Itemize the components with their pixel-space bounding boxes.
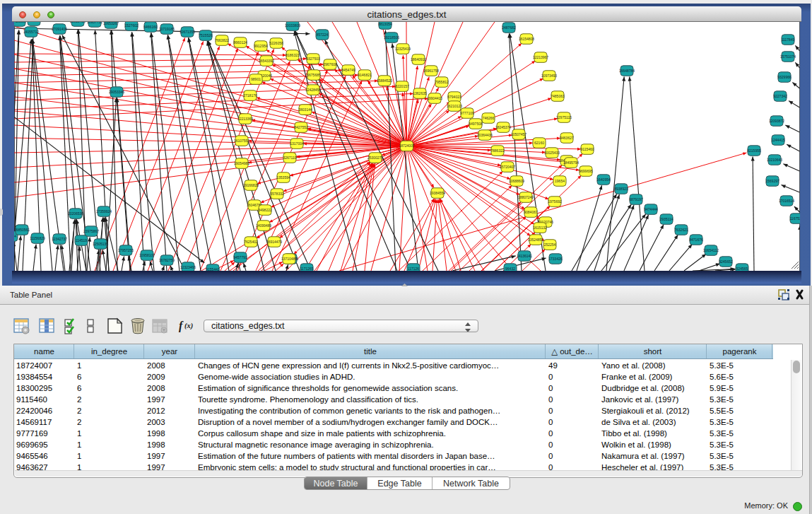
svg-text:8220157: 8220157 [395,84,409,88]
svg-text:17016514: 17016514 [779,199,794,203]
svg-text:9146821: 9146821 [358,73,372,77]
svg-text:9327503: 9327503 [306,57,320,61]
svg-text:7485063: 7485063 [551,94,565,98]
svg-text:9699695: 9699695 [579,169,593,173]
svg-text:18807249: 18807249 [518,195,534,199]
svg-text:23975867: 23975867 [83,229,99,233]
svg-text:16107553: 16107553 [234,139,249,143]
svg-text:19654: 19654 [555,179,565,183]
svg-text:6879197: 6879197 [629,197,643,201]
svg-text:746266: 746266 [483,116,495,120]
svg-text:2935114: 2935114 [659,217,673,221]
svg-text:18495794: 18495794 [563,160,579,165]
svg-text:8454749: 8454749 [341,68,355,72]
svg-text:12975115: 12975115 [556,115,572,119]
svg-text:10671355: 10671355 [180,30,195,34]
svg-text:20206536: 20206536 [68,211,83,216]
svg-text:252254: 252254 [544,243,556,247]
svg-text:857224: 857224 [317,33,329,37]
svg-text:8938923: 8938923 [614,187,628,191]
svg-text:16210123: 16210123 [447,104,462,108]
svg-text:5226058: 5226058 [269,41,283,45]
svg-text:12213967: 12213967 [533,55,548,59]
svg-text:9084067: 9084067 [524,210,538,214]
svg-text:10937751: 10937751 [87,22,102,24]
svg-text:29053346: 29053346 [109,90,124,94]
svg-text:1353594: 1353594 [276,175,290,180]
svg-text:2718176: 2718176 [243,93,257,98]
svg-text:9474444: 9474444 [644,207,658,211]
svg-text:10958107: 10958107 [139,253,155,257]
svg-text:15884520: 15884520 [377,78,392,83]
svg-text:8186323: 8186323 [286,53,300,57]
svg-text:10719185: 10719185 [159,27,175,31]
svg-text:96432: 96432 [505,267,515,271]
svg-text:8427552: 8427552 [294,125,308,129]
svg-text:12505135: 12505135 [93,242,108,246]
svg-text:19384554: 19384554 [430,191,445,195]
svg-text:1640954: 1640954 [596,177,611,182]
svg-text:19054985: 19054985 [234,161,249,165]
svg-text:1171265: 1171265 [300,267,313,271]
svg-text:5675685: 5675685 [307,73,321,77]
svg-text:10025433: 10025433 [544,151,560,155]
svg-text:11156829: 11156829 [30,236,45,240]
svg-text:2967608: 2967608 [323,62,337,66]
svg-text:16543392: 16543392 [259,59,274,63]
svg-text:1167849: 1167849 [27,22,40,23]
svg-text:924565: 924565 [736,267,748,271]
svg-text:1615132: 1615132 [533,226,547,230]
svg-text:18640910: 18640910 [411,57,426,62]
svg-text:7632621: 7632621 [674,228,688,232]
svg-text:17957255: 17957255 [118,248,134,252]
svg-text:9155443: 9155443 [206,267,220,271]
svg-text:7663822: 7663822 [215,38,229,42]
svg-text:26850561: 26850561 [14,228,30,232]
svg-text:18724007: 18724007 [399,144,414,148]
svg-text:12093872: 12093872 [769,119,784,123]
svg-text:114519: 114519 [76,238,88,243]
svg-text:14136141: 14136141 [517,254,532,258]
svg-text:19166825: 19166825 [243,183,259,187]
svg-text:13524851: 13524851 [528,238,543,242]
svg-text:3267110: 3267110 [283,156,296,160]
svg-text:16961758: 16961758 [423,69,439,73]
svg-text:14099489: 14099489 [256,223,271,228]
svg-text:9463627: 9463627 [560,136,574,140]
svg-text:18245374: 18245374 [495,125,511,129]
svg-text:2487682: 2487682 [502,25,516,30]
svg-text:98901: 98901 [251,77,261,81]
svg-text:7886322: 7886322 [490,148,505,153]
svg-text:6466160: 6466160 [143,25,158,29]
svg-text:19218506: 19218506 [384,35,399,40]
svg-text:7955812: 7955812 [435,80,449,84]
svg-text:9457791: 9457791 [233,255,247,259]
svg-text:10210643: 10210643 [767,158,782,162]
svg-text:16914479: 16914479 [266,240,282,244]
svg-text:7625402: 7625402 [244,240,258,244]
svg-text:117126: 117126 [408,267,420,271]
svg-text:2803144: 2803144 [298,107,312,112]
svg-text:10033809: 10033809 [285,23,300,28]
svg-text:20910496: 20910496 [70,22,86,23]
svg-text:10653267: 10653267 [103,22,119,25]
svg-text:25300275: 25300275 [367,156,383,160]
svg-text:19904413: 19904413 [427,96,442,100]
svg-text:5578332: 5578332 [270,192,284,196]
svg-text:9115460: 9115460 [580,147,594,151]
svg-text:10654112: 10654112 [703,248,719,252]
svg-text:17359924: 17359924 [96,209,112,214]
svg-text:8660124: 8660124 [233,40,247,45]
svg-text:9245652: 9245652 [719,259,733,264]
svg-text:16154808: 16154808 [519,37,534,41]
svg-text:6497508: 6497508 [469,122,483,126]
svg-text:2426800: 2426800 [14,22,26,23]
svg-text:1244415: 1244415 [771,138,785,142]
svg-text:15751074: 15751074 [780,54,796,59]
svg-text:12213369: 12213369 [237,117,253,121]
svg-text:1317004: 1317004 [290,141,304,146]
svg-text:12325419: 12325419 [395,47,411,51]
svg-text:62160: 62160 [534,141,544,145]
svg-text:1733426: 1733426 [548,257,563,261]
svg-text:1569297: 1569297 [765,179,779,183]
